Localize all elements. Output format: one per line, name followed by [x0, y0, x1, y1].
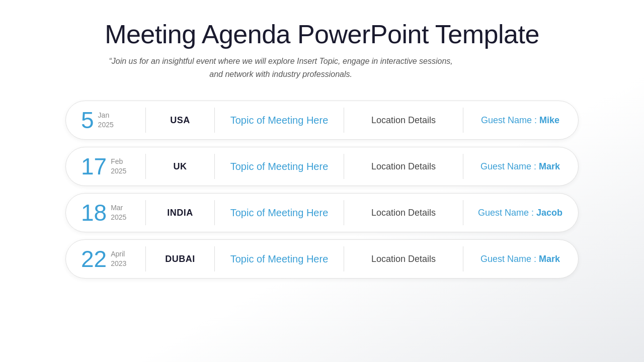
location: Location Details — [353, 115, 454, 126]
country: DUBAI — [155, 254, 205, 264]
topic: Topic of Meeting Here — [224, 207, 335, 219]
day-number: 17 — [81, 155, 107, 178]
day-number: 5 — [81, 109, 94, 132]
month-year: April 2023 — [111, 249, 126, 269]
day-number: 18 — [81, 201, 107, 224]
month-year: Feb 2025 — [111, 157, 126, 176]
divider — [214, 154, 215, 179]
divider — [145, 108, 146, 133]
divider — [145, 246, 146, 272]
main-title: Meeting Agenda PowerPoint Template — [105, 20, 539, 49]
guest-label: Guest Name : — [478, 208, 536, 218]
divider — [344, 200, 344, 225]
agenda-row: 17 Feb 2025 UK Topic of Meeting Here Loc… — [65, 147, 579, 186]
month: Jan — [98, 111, 114, 121]
location: Location Details — [353, 254, 454, 264]
guest: Guest Name : Mark — [472, 254, 568, 264]
year: 2025 — [111, 166, 126, 176]
divider — [344, 246, 344, 272]
divider — [214, 246, 215, 272]
location: Location Details — [353, 161, 454, 172]
date-section: 17 Feb 2025 — [76, 155, 136, 178]
country: INDIA — [155, 208, 205, 218]
month: Mar — [111, 203, 126, 213]
agenda-row: 18 Mar 2025 INDIA Topic of Meeting Here … — [65, 193, 579, 232]
divider — [463, 200, 463, 225]
guest-name: Mark — [539, 254, 560, 264]
divider — [463, 108, 463, 133]
divider — [214, 108, 215, 133]
month-year: Jan 2025 — [98, 111, 114, 130]
guest-name: Mark — [539, 161, 560, 171]
agenda-list: 5 Jan 2025 USA Topic of Meeting Here Loc… — [65, 101, 579, 279]
date-section: 5 Jan 2025 — [76, 109, 136, 132]
subtitle: “Join us for an insightful event where w… — [105, 55, 457, 80]
divider — [214, 200, 215, 225]
topic: Topic of Meeting Here — [224, 253, 335, 265]
month: April — [111, 249, 126, 259]
divider — [463, 246, 463, 272]
day-number: 22 — [81, 247, 107, 270]
year: 2025 — [98, 120, 114, 130]
guest-label: Guest Name : — [481, 115, 539, 125]
page-header: Meeting Agenda PowerPoint Template “Join… — [105, 20, 539, 80]
topic: Topic of Meeting Here — [224, 161, 335, 172]
divider — [463, 154, 463, 179]
country: USA — [155, 115, 205, 126]
guest-label: Guest Name : — [480, 254, 539, 264]
month: Feb — [111, 157, 126, 167]
guest-name: Jacob — [536, 208, 562, 218]
agenda-row: 22 April 2023 DUBAI Topic of Meeting Her… — [65, 239, 579, 279]
subtitle-line1: “Join us for an insightful event where w… — [109, 57, 452, 65]
location: Location Details — [353, 208, 454, 218]
guest: Guest Name : Jacob — [472, 208, 568, 218]
divider — [145, 200, 146, 225]
topic: Topic of Meeting Here — [224, 115, 335, 126]
divider — [344, 154, 344, 179]
guest-name: Mike — [539, 115, 559, 125]
date-section: 22 April 2023 — [76, 247, 136, 270]
subtitle-line2: and network with industry professionals. — [209, 70, 352, 78]
guest: Guest Name : Mike — [472, 115, 568, 126]
guest: Guest Name : Mark — [472, 161, 568, 172]
divider — [344, 108, 344, 133]
agenda-row: 5 Jan 2025 USA Topic of Meeting Here Loc… — [65, 101, 579, 140]
country: UK — [155, 161, 205, 172]
date-section: 18 Mar 2025 — [76, 201, 136, 224]
month-year: Mar 2025 — [111, 203, 126, 223]
guest-label: Guest Name : — [480, 161, 539, 171]
year: 2023 — [111, 259, 126, 269]
divider — [145, 154, 146, 179]
year: 2025 — [111, 213, 126, 223]
